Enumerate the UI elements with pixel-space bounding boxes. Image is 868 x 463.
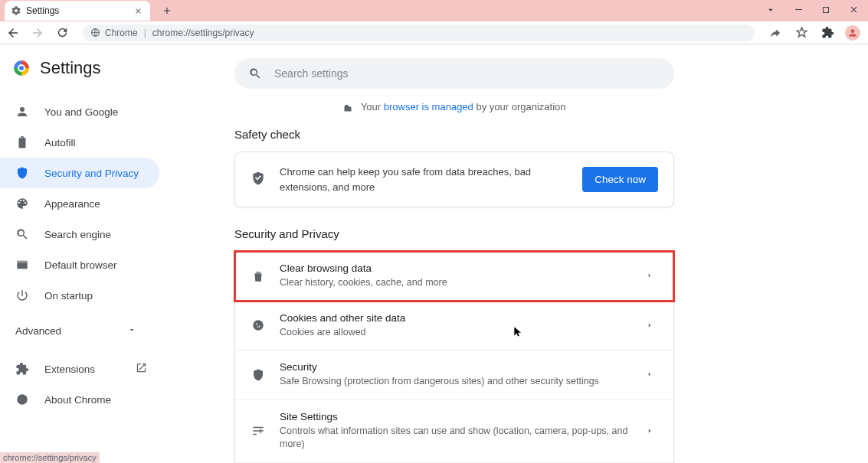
share-icon[interactable] <box>767 24 784 41</box>
svg-point-8 <box>259 326 260 328</box>
chevron-down-icon[interactable] <box>764 5 778 18</box>
svg-point-5 <box>17 394 28 405</box>
extensions-icon[interactable] <box>819 24 836 41</box>
chevron-right-icon <box>646 320 658 331</box>
row-subtitle: Safe Browsing (protection from dangerous… <box>280 375 632 389</box>
shield-icon <box>15 166 29 180</box>
search-icon <box>248 67 262 80</box>
search-icon <box>15 227 29 241</box>
window-controls <box>764 0 865 21</box>
back-button[interactable] <box>5 24 21 41</box>
check-now-button[interactable]: Check now <box>582 167 658 192</box>
tune-icon <box>251 424 266 438</box>
address-origin: Chrome <box>105 28 138 38</box>
bookmark-icon[interactable] <box>793 24 810 41</box>
privacy-section-title: Security and Privacy <box>234 227 822 240</box>
row-title: Cookies and other site data <box>280 312 632 324</box>
svg-point-6 <box>253 321 264 331</box>
gear-icon <box>11 5 21 16</box>
chrome-logo-icon <box>14 60 29 76</box>
svg-point-7 <box>256 324 257 325</box>
globe-icon <box>90 28 100 37</box>
trash-icon <box>251 269 266 283</box>
search-placeholder: Search settings <box>274 67 349 80</box>
managed-link[interactable]: browser is managed <box>384 101 473 112</box>
sidebar: Settings You and Google Autofill Securit… <box>0 44 198 463</box>
sidebar-item-search-engine[interactable]: Search engine <box>0 219 159 249</box>
sidebar-item-autofill[interactable]: Autofill <box>0 127 159 158</box>
svg-point-9 <box>257 327 259 328</box>
forward-button[interactable] <box>29 24 46 41</box>
external-link-icon <box>136 362 147 376</box>
privacy-list-card: Clear browsing data Clear history, cooki… <box>234 251 674 463</box>
svg-rect-0 <box>795 9 802 10</box>
browser-toolbar: Chrome | chrome://settings/privacy <box>0 21 868 44</box>
managed-notice: Your browser is managed by your organiza… <box>234 101 674 112</box>
managed-suffix: by your organization <box>473 101 566 112</box>
sidebar-item-extensions[interactable]: Extensions <box>0 354 159 384</box>
app-title: Settings <box>40 58 101 78</box>
palette-icon <box>15 197 29 210</box>
sidebar-item-label: Default browser <box>44 259 117 271</box>
safety-check-card: Chrome can help keep you safe from data … <box>234 152 674 207</box>
chevron-right-icon <box>646 369 658 380</box>
sidebar-item-default-browser[interactable]: Default browser <box>0 249 159 280</box>
maximize-button[interactable] <box>819 5 833 17</box>
sidebar-item-security-privacy[interactable]: Security and Privacy <box>0 158 159 188</box>
minimize-button[interactable] <box>791 5 805 17</box>
power-icon <box>15 289 29 302</box>
shield-icon <box>251 368 266 382</box>
row-cookies[interactable]: Cookies and other site data Cookies are … <box>235 301 673 351</box>
row-subtitle: Controls what information sites can use … <box>280 425 632 452</box>
svg-rect-1 <box>824 7 829 12</box>
search-settings-input[interactable]: Search settings <box>234 58 674 89</box>
tab-title: Settings <box>26 5 127 16</box>
profile-avatar[interactable] <box>845 25 860 41</box>
browser-icon <box>15 258 29 272</box>
row-title: Security <box>280 361 632 373</box>
chevron-right-icon <box>646 270 658 282</box>
sidebar-item-appearance[interactable]: Appearance <box>0 188 159 219</box>
sidebar-item-label: You and Google <box>44 106 118 118</box>
address-path: chrome://settings/privacy <box>152 28 254 38</box>
close-icon[interactable] <box>132 5 144 17</box>
sidebar-item-label: Search engine <box>44 229 111 240</box>
person-icon <box>15 105 29 119</box>
sidebar-item-label: Advanced <box>15 325 61 337</box>
sidebar-item-label: Autofill <box>44 137 76 148</box>
chrome-icon <box>15 393 29 406</box>
sidebar-item-label: Extensions <box>44 364 95 375</box>
safety-check-desc: Chrome can help keep you safe from data … <box>280 165 568 194</box>
reload-button[interactable] <box>54 24 70 41</box>
new-tab-button[interactable] <box>159 3 175 18</box>
row-subtitle: Clear history, cookies, cache, and more <box>280 276 632 290</box>
sidebar-item-label: Appearance <box>44 198 100 210</box>
shield-check-icon <box>251 171 266 188</box>
sidebar-item-you-and-google[interactable]: You and Google <box>0 96 159 127</box>
clipboard-icon <box>15 135 29 149</box>
sidebar-item-label: Security and Privacy <box>44 168 139 179</box>
cookie-icon <box>251 318 266 332</box>
row-subtitle: Cookies are allowed <box>280 326 632 340</box>
row-site-settings[interactable]: Site Settings Controls what information … <box>235 399 673 462</box>
tab-strip: Settings <box>0 0 868 21</box>
building-icon <box>342 103 353 112</box>
sidebar-item-on-startup[interactable]: On startup <box>0 280 159 311</box>
address-bar[interactable]: Chrome | chrome://settings/privacy <box>83 24 755 41</box>
chevron-right-icon <box>646 426 658 437</box>
status-bar: chrome://settings/privacy <box>0 452 100 463</box>
row-title: Site Settings <box>280 411 632 422</box>
browser-tab[interactable]: Settings <box>5 1 150 21</box>
row-security[interactable]: Security Safe Browsing (protection from … <box>235 350 673 399</box>
sidebar-item-label: About Chrome <box>44 394 111 406</box>
managed-prefix: Your <box>361 101 384 112</box>
chevron-down-icon <box>127 325 136 337</box>
puzzle-icon <box>15 362 29 376</box>
close-window-button[interactable] <box>847 5 860 17</box>
sidebar-advanced[interactable]: Advanced <box>0 315 152 346</box>
safety-check-title: Safety check <box>234 128 822 141</box>
row-clear-browsing-data[interactable]: Clear browsing data Clear history, cooki… <box>235 252 673 301</box>
sidebar-item-about[interactable]: About Chrome <box>0 384 159 415</box>
address-separator: | <box>144 28 146 38</box>
sidebar-item-label: On startup <box>44 290 93 302</box>
